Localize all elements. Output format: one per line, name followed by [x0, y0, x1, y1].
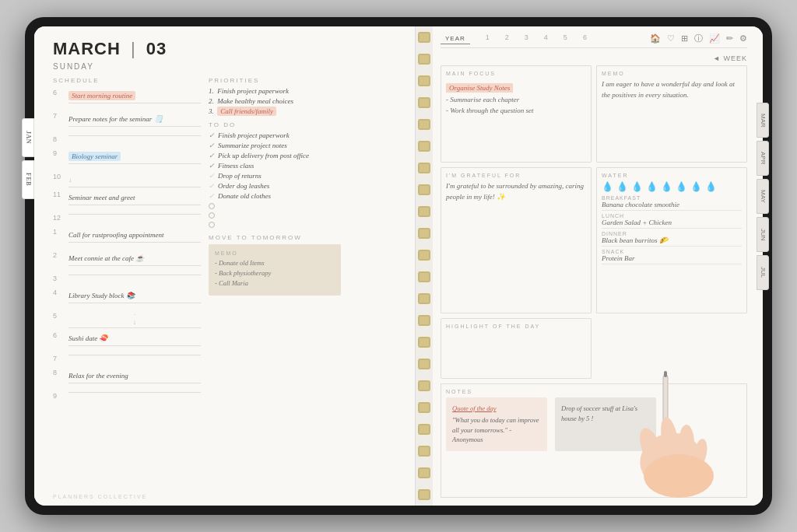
tab-year[interactable]: YEAR — [441, 33, 470, 44]
highlight-label: HIGHLIGHT OF THE DAY — [446, 324, 586, 329]
schedule-row: 2 Meet connie at the cafe ☕ — [53, 250, 201, 271]
schedule-row: 7 — [53, 353, 201, 366]
info-icon[interactable]: ⓘ — [694, 33, 703, 44]
notes-section: NOTES Quote of the day "What you do toda… — [441, 383, 747, 498]
water-drops: 💧 💧 💧 💧 💧 💧 💧 💧 — [602, 181, 742, 193]
tab-5[interactable]: 5 — [564, 33, 567, 44]
spiral-ring — [418, 446, 430, 457]
spiral-ring — [418, 315, 430, 326]
water-drop-8: 💧 — [705, 181, 717, 193]
right-page: YEAR 1 2 3 4 5 6 🏠 ♡ ⊞ ⓘ 📈 ✏ — [433, 26, 763, 506]
todo-item: ✓ Pick up delivery from post office — [209, 152, 341, 159]
water-drop-3: 💧 — [631, 181, 643, 193]
tab-1[interactable]: 1 — [486, 33, 490, 44]
dinner-label: DINNER — [602, 231, 742, 236]
spiral-ring — [418, 119, 430, 130]
notes-label: NOTES — [446, 389, 742, 394]
spiral-binding — [416, 26, 433, 506]
todo-label: TO DO — [209, 121, 341, 128]
schedule-row: 8 Relax for the evening — [53, 367, 201, 389]
heart-icon[interactable]: ♡ — [667, 33, 675, 44]
sidebar-item-jun[interactable]: JUN — [757, 217, 769, 252]
schedule-row: 3 — [53, 273, 201, 285]
meals-section: BREAKFAST Banana chocolate smoothie LUNC… — [602, 195, 742, 264]
water-drop-6: 💧 — [676, 181, 687, 193]
spiral-ring — [418, 337, 430, 348]
main-focus-title: Organise Study Notes — [446, 83, 513, 93]
spiral-ring — [418, 75, 430, 86]
spiral-ring — [418, 380, 430, 391]
grateful-section: I'M GRATEFUL FOR I'm grateful to be surr… — [441, 167, 592, 313]
schedule-column: SCHEDULE 6 Start morning routine 7 Prepa… — [53, 77, 201, 497]
todo-item: ✓ Order dog leashes — [209, 182, 341, 190]
todo-item: ✓ Fitness class — [209, 162, 341, 170]
sticky-note-1-content: "What you do today can improve all your … — [452, 415, 541, 445]
sticky-note-1-title: Quote of the day — [452, 404, 541, 414]
todo-item-empty — [209, 221, 341, 228]
sidebar-item-jul[interactable]: JUL — [757, 255, 769, 290]
pencil-icon[interactable]: ✏ — [726, 33, 733, 44]
spiral-ring — [418, 424, 430, 435]
spiral-ring — [418, 271, 430, 282]
tablet: JAN FEB MAR APR MAY JUN JUL MARCH | 03 S… — [25, 17, 772, 515]
todo-item: ✓ Donate old clothes — [209, 192, 341, 200]
spiral-ring — [418, 467, 430, 478]
memo-section: MEMO I am eager to have a wonderful day … — [596, 65, 747, 163]
priority-2: 2. Make healthy meal choices — [209, 97, 341, 105]
water-drop-5: 💧 — [661, 181, 672, 193]
spiral-ring — [418, 489, 430, 500]
week-label: ◄ WEEK — [713, 54, 747, 62]
sticky-notes-row: Quote of the day "What you do today can … — [446, 397, 742, 451]
tab-2[interactable]: 2 — [505, 33, 509, 44]
home-icon[interactable]: 🏠 — [650, 33, 661, 44]
grid-icon[interactable]: ⊞ — [681, 33, 688, 44]
spiral-ring — [418, 97, 430, 108]
month-title: MARCH | 03 — [53, 39, 167, 59]
schedule-row: 11 Seminar meet and greet — [53, 189, 201, 211]
schedule-row: 9 Biology seminar — [53, 148, 201, 170]
move-item-2: - Back physiotherapy — [215, 269, 335, 277]
sidebar-item-jan[interactable]: JAN — [22, 118, 34, 157]
sidebar-item-apr[interactable]: APR — [757, 141, 769, 176]
water-meals-section: WATER 💧 💧 💧 💧 💧 💧 💧 💧 BREAK — [596, 167, 747, 313]
schedule-row: 9 — [53, 390, 201, 403]
day-subtitle: SUNDAY — [53, 62, 404, 71]
breakfast-label: BREAKFAST — [602, 195, 742, 201]
todo-item: ✓ Finish project paperwork — [209, 131, 341, 139]
tab-6[interactable]: 6 — [583, 33, 587, 44]
footer-brand: PLANNERS COLLECTIVE — [53, 494, 147, 499]
sidebar-item-mar[interactable]: MAR — [757, 103, 769, 138]
water-drop-4: 💧 — [646, 181, 658, 193]
grateful-label: I'M GRATEFUL FOR — [446, 173, 586, 178]
month-label: MARCH — [53, 39, 121, 58]
todo-item: ✓ Drop of returns — [209, 172, 341, 180]
schedule-row: 8 — [53, 134, 201, 146]
spiral-ring — [418, 250, 430, 261]
spiral-ring — [418, 32, 430, 43]
tab-4[interactable]: 4 — [544, 33, 548, 44]
spiral-ring — [418, 54, 430, 65]
planner: MARCH | 03 SUNDAY SCHEDULE 6 Start morni… — [34, 26, 763, 506]
spiral-ring — [418, 206, 430, 217]
spiral-ring — [418, 293, 430, 304]
sidebar-item-feb[interactable]: FEB — [22, 160, 34, 199]
sticky-note-2: Drop of soccer stuff at Lisa's house by … — [555, 397, 656, 451]
spiral-ring — [418, 184, 430, 195]
todo-item-empty — [209, 202, 341, 209]
chart-icon[interactable]: 📈 — [709, 33, 720, 44]
sidebar-item-may[interactable]: MAY — [757, 179, 769, 214]
settings-icon[interactable]: ⚙ — [739, 33, 747, 44]
priorities-label: PRIORITIES — [209, 77, 341, 84]
move-item-1: - Donate old Items — [215, 259, 335, 267]
week-nav[interactable]: ◄ WEEK — [441, 54, 747, 62]
spiral-ring — [418, 141, 430, 152]
snack-value: Protein Bar — [602, 254, 742, 264]
nav-icons: 🏠 ♡ ⊞ ⓘ 📈 ✏ ⚙ — [650, 33, 747, 44]
priority-1: 1. Finish project paperwork — [209, 87, 341, 95]
water-label: WATER — [602, 173, 742, 178]
lunch-value: Garden Salad + Chicken — [602, 219, 742, 229]
priority-3: 3. Call friends/family — [209, 107, 341, 115]
tab-3[interactable]: 3 — [525, 33, 528, 44]
main-focus-content: - Summarise each chapter - Work through … — [446, 95, 586, 116]
left-page: MARCH | 03 SUNDAY SCHEDULE 6 Start morni… — [34, 26, 416, 506]
